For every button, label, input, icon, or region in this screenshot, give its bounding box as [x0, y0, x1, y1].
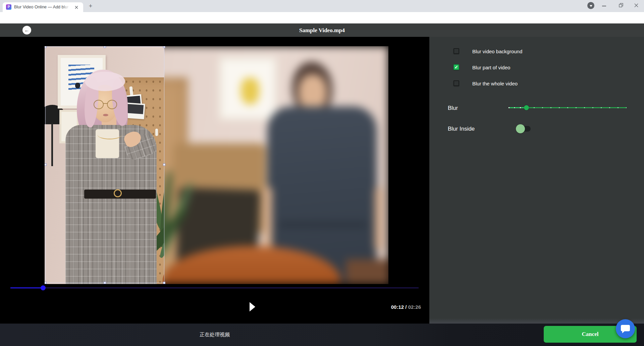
- editor-header: ← Sample Video.mp4: [0, 23, 644, 37]
- toggle-knob[interactable]: [516, 124, 525, 133]
- progress-track[interactable]: [10, 287, 419, 288]
- site-favicon: P: [6, 4, 11, 10]
- video-progress-bar[interactable]: [10, 286, 419, 289]
- blurred-person-belt: [279, 222, 367, 227]
- checkbox[interactable]: ✓: [453, 64, 459, 70]
- blurred-person-arm: [375, 187, 383, 251]
- video-player-area: 00:12 / 02:26: [0, 37, 429, 324]
- browser-tab[interactable]: P Blur Video Online — Add blur ef: [3, 2, 83, 12]
- corner-shadow: [346, 259, 388, 284]
- new-tab-icon[interactable]: +: [87, 3, 94, 9]
- selection-handle[interactable]: [104, 282, 106, 284]
- close-icon[interactable]: [633, 2, 639, 8]
- checkbox-label: Blur part of video: [472, 65, 510, 70]
- checkbox-label: Blur video background: [472, 49, 522, 54]
- selection-handle[interactable]: [45, 282, 47, 284]
- browser-tab-strip: P Blur Video Online — Add blur ef +: [0, 0, 644, 12]
- video-frame[interactable]: [45, 46, 388, 284]
- blur-strength-label: Blur: [448, 105, 458, 112]
- selection-handle[interactable]: [163, 163, 165, 166]
- current-time: 00:12: [391, 304, 404, 310]
- duration: 02:26: [408, 304, 421, 310]
- chat-fab[interactable]: [616, 319, 635, 338]
- tab-title-fade: [62, 5, 71, 10]
- selection-handle[interactable]: [163, 282, 165, 284]
- checkbox[interactable]: ✓: [453, 48, 459, 54]
- tab-title: Blur Video Online — Add blur ef: [14, 5, 70, 10]
- tab-close-icon[interactable]: [74, 5, 79, 10]
- restore-icon[interactable]: [618, 2, 624, 8]
- app-window: P Blur Video Online — Add blur ef + ← → …: [0, 0, 644, 346]
- play-icon[interactable]: [250, 302, 255, 312]
- progress-played: [10, 287, 43, 289]
- selection-handle[interactable]: [45, 163, 47, 166]
- browser-toolbar: ← → pickfrom.net/blur-video S: [0, 12, 644, 23]
- selection-handle[interactable]: [163, 46, 165, 48]
- checkbox[interactable]: ✓: [453, 80, 459, 86]
- checkbox-label: Blur the whole video: [472, 81, 518, 86]
- time-display: 00:12 / 02:26: [391, 304, 421, 310]
- slider-thumb[interactable]: [524, 105, 529, 110]
- blur-settings-panel: ✓ Blur video background ✓ Blur part of v…: [429, 37, 644, 324]
- blurred-person-arm: [263, 187, 272, 254]
- chat-bubble-icon: [621, 325, 630, 331]
- slider-active-track: [508, 107, 526, 109]
- status-bar: 正在处理视频 Cancel: [0, 324, 644, 346]
- processing-status-text: 正在处理视频: [0, 332, 429, 338]
- blurred-person-face: [299, 74, 327, 111]
- blur-inside-toggle[interactable]: [516, 124, 531, 133]
- wall-picture-yellow: [219, 57, 277, 120]
- progress-thumb[interactable]: [41, 285, 46, 290]
- blur-region-selection[interactable]: [45, 47, 164, 283]
- selection-handle[interactable]: [45, 46, 47, 48]
- blur-strength-slider[interactable]: [508, 105, 627, 110]
- video-file-title: Sample Video.mp4: [0, 27, 644, 34]
- minimize-icon[interactable]: [602, 6, 606, 6]
- blur-inside-label: Blur Inside: [448, 126, 475, 132]
- selection-handle[interactable]: [104, 46, 106, 48]
- update-indicator-icon[interactable]: [587, 2, 594, 9]
